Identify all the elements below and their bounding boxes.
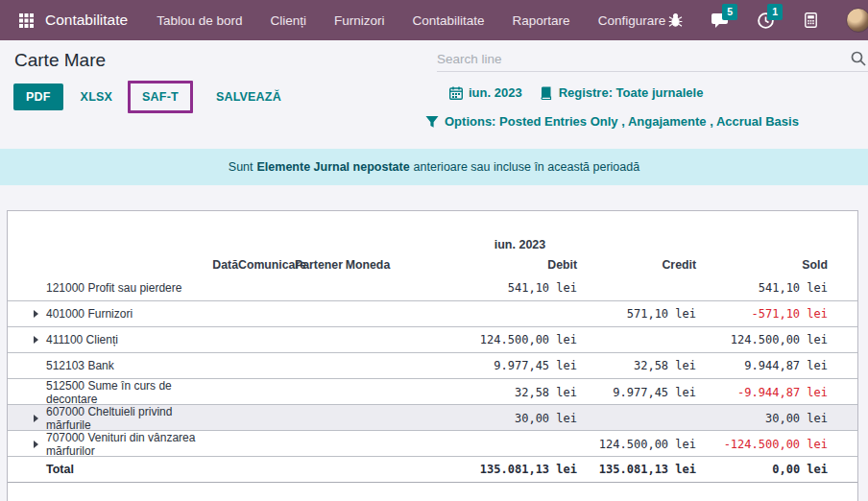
col-header-credit: Credit: [577, 258, 696, 272]
total-label: Total: [46, 463, 203, 476]
period-label: iun. 2023: [368, 238, 672, 251]
xlsx-button[interactable]: XLSX: [71, 84, 122, 110]
debit-value: 30,00 lei: [392, 412, 577, 425]
calendar-icon: [449, 86, 463, 100]
account-name[interactable]: 401000 Furnizori: [46, 307, 203, 321]
expand-caret-icon[interactable]: [34, 310, 38, 318]
topbar-right-icons: 5 1: [665, 8, 868, 33]
search-input[interactable]: [437, 46, 868, 71]
col-header-communication: Comunicare: [238, 258, 294, 272]
menu-item-dashboard[interactable]: Tablou de bord: [157, 13, 242, 28]
total-credit-value: 135.081,13 lei: [577, 463, 696, 476]
account-name[interactable]: 607000 Cheltuieli privind mărfurile: [46, 405, 203, 432]
banner-text-pre: Sunt: [229, 160, 253, 174]
debit-value: 32,58 lei: [392, 386, 577, 399]
account-name[interactable]: 512103 Bank: [46, 359, 203, 372]
menu-item-configuration[interactable]: Configurare: [598, 13, 666, 28]
main-menu: Tablou de bord Clienți Furnizori Contabi…: [157, 13, 665, 28]
balance-value: 30,00 lei: [696, 412, 828, 425]
balance-value: -571,10 lei: [696, 307, 828, 321]
expand-caret-icon[interactable]: [34, 415, 38, 422]
page: Contabilitate Tablou de bord Clienți Fur…: [0, 0, 868, 501]
saft-highlight-box: SAF-T: [128, 81, 193, 113]
table-row-607000[interactable]: 607000 Cheltuieli privind mărfurile 30,0…: [8, 405, 857, 431]
table-row-512103[interactable]: 512103 Bank 9.977,45 lei 32,58 lei 9.944…: [8, 353, 857, 379]
options-filter-label: Options: Posted Entries Only , Angajamen…: [445, 114, 799, 129]
menu-item-customers[interactable]: Clienți: [271, 13, 307, 28]
device-icon[interactable]: [801, 11, 820, 30]
filter-row-1: iun. 2023 Registre: Toate jurnalele: [449, 85, 703, 100]
credit-value: 124.500,00 lei: [577, 438, 696, 451]
banner-text-post: anterioare sau incluse în această perioa…: [414, 160, 640, 174]
col-header-partner: Partener: [294, 258, 344, 272]
filter-row-2: Options: Posted Entries Only , Angajamen…: [425, 114, 799, 129]
menu-item-reporting[interactable]: Raportare: [513, 13, 570, 28]
journals-filter[interactable]: Registre: Toate jurnalele: [540, 85, 704, 100]
total-balance-value: 0,00 lei: [696, 463, 828, 476]
table-row-411100[interactable]: 411100 Clienți 124.500,00 lei 124.500,00…: [8, 327, 857, 353]
menu-item-vendors[interactable]: Furnizori: [334, 13, 385, 28]
account-name[interactable]: 707000 Venituri din vânzarea mărfurilor: [46, 431, 203, 458]
period-header-row: iun. 2023: [8, 235, 857, 254]
table-header-row: Dată Comunicare Partener Moneda Debit Cr…: [8, 254, 857, 275]
saft-button[interactable]: SAF-T: [133, 84, 188, 110]
total-debit-value: 135.081,13 lei: [392, 463, 577, 476]
table-row-512500[interactable]: 512500 Sume în curs de decontare 32,58 l…: [8, 379, 857, 405]
table-total-row: Total 135.081,13 lei 135.081,13 lei 0,00…: [8, 457, 857, 483]
search-bar: [437, 46, 868, 72]
journals-filter-label: Registre: Toate jurnalele: [559, 85, 704, 100]
filter-funnel-icon: [425, 115, 439, 129]
unposted-entries-banner: Sunt Elemente Jurnal nepostate anterioar…: [0, 149, 868, 185]
debit-value: 541,10 lei: [392, 281, 577, 295]
col-header-balance: Sold: [696, 258, 828, 272]
menu-item-accounting[interactable]: Contabilitate: [413, 13, 485, 28]
debit-value: 9.977,45 lei: [392, 359, 577, 372]
balance-value: 541,10 lei: [696, 281, 828, 295]
col-header-currency: Moneda: [344, 258, 392, 272]
user-avatar[interactable]: [846, 8, 868, 33]
col-header-debit: Debit: [392, 258, 577, 272]
balance-value: -9.944,87 lei: [696, 386, 828, 399]
account-name[interactable]: 121000 Profit sau pierdere: [46, 281, 203, 295]
account-name[interactable]: 411100 Clienți: [46, 333, 203, 346]
balance-value: -124.500,00 lei: [696, 438, 828, 451]
balance-value: 9.944,87 lei: [696, 359, 828, 372]
col-header-date: Dată: [203, 258, 238, 272]
credit-value: 32,58 lei: [577, 359, 696, 372]
save-button[interactable]: SALVEAZĂ: [206, 84, 291, 110]
top-navbar: Contabilitate Tablou de bord Clienți Fur…: [0, 0, 868, 40]
report-action-buttons: PDF XLSX SAF-T SALVEAZĂ: [13, 81, 291, 113]
activities-badge: 1: [767, 4, 783, 20]
debug-bug-icon[interactable]: [665, 11, 685, 30]
journal-book-icon: [540, 86, 553, 100]
messages-icon[interactable]: 5: [711, 11, 730, 30]
debit-value: 124.500,00 lei: [392, 333, 577, 346]
general-ledger-card: iun. 2023 Dată Comunicare Partener Moned…: [7, 210, 858, 501]
date-filter-label: iun. 2023: [469, 85, 522, 100]
balance-value: 124.500,00 lei: [696, 333, 828, 346]
apps-grid-icon[interactable]: [19, 13, 34, 28]
app-brand[interactable]: Contabilitate: [45, 12, 128, 29]
activities-clock-icon[interactable]: 1: [756, 11, 775, 30]
table-row-707000[interactable]: 707000 Venituri din vânzarea mărfurilor …: [8, 431, 857, 457]
messages-badge: 5: [722, 4, 737, 20]
options-filter[interactable]: Options: Posted Entries Only , Angajamen…: [425, 114, 799, 129]
expand-caret-icon[interactable]: [34, 441, 38, 448]
page-title: Carte Mare: [14, 50, 106, 71]
expand-caret-icon[interactable]: [34, 336, 38, 344]
credit-value: 571,10 lei: [577, 307, 696, 321]
table-row-401000[interactable]: 401000 Furnizori 571,10 lei -571,10 lei: [8, 301, 857, 327]
search-icon[interactable]: [851, 51, 866, 66]
account-name[interactable]: 512500 Sume în curs de decontare: [46, 379, 203, 406]
pdf-button[interactable]: PDF: [13, 84, 63, 110]
date-filter[interactable]: iun. 2023: [449, 85, 522, 100]
banner-text-bold[interactable]: Elemente Jurnal nepostate: [257, 160, 410, 174]
credit-value: 9.977,45 lei: [577, 386, 696, 399]
table-row-121000[interactable]: 121000 Profit sau pierdere 541,10 lei 54…: [8, 275, 857, 301]
